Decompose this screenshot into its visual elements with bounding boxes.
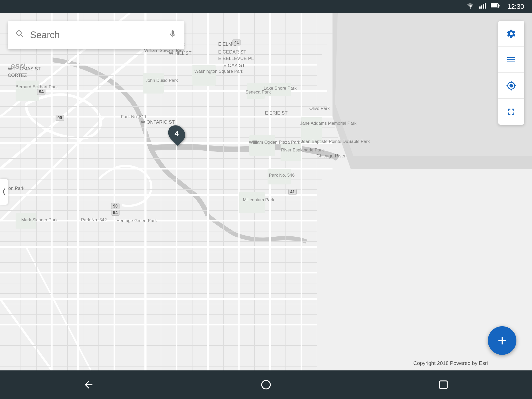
svg-rect-88: [192, 65, 216, 86]
svg-rect-2: [481, 5, 482, 9]
wifi-icon: [467, 3, 475, 10]
svg-rect-97: [268, 169, 291, 184]
highway-41-badge-2: 41: [232, 40, 241, 45]
svg-rect-93: [281, 143, 301, 161]
layers-button[interactable]: [498, 47, 524, 73]
signal-icon: [479, 3, 486, 10]
svg-rect-4: [485, 3, 486, 9]
map-background: [0, 13, 532, 370]
esri-logo: esri: [10, 61, 25, 71]
svg-rect-91: [260, 83, 291, 96]
back-button[interactable]: [78, 374, 99, 395]
status-bar: 12:30: [0, 0, 532, 13]
svg-rect-1: [479, 6, 481, 9]
search-bar: [8, 21, 184, 49]
svg-rect-95: [16, 213, 36, 229]
highway-41-badge: 41: [288, 190, 297, 194]
add-icon: +: [497, 333, 507, 348]
svg-point-98: [262, 381, 270, 389]
svg-rect-6: [491, 4, 497, 7]
highway-90-badge: 90: [56, 116, 64, 120]
svg-rect-94: [301, 117, 322, 143]
svg-rect-87: [143, 73, 164, 94]
fullscreen-button[interactable]: [498, 99, 524, 125]
svg-rect-92: [249, 135, 275, 156]
svg-rect-96: [239, 192, 265, 213]
microphone-icon[interactable]: [168, 29, 177, 41]
highway-90-badge-2: 90: [111, 204, 119, 209]
status-time: 12:30: [507, 3, 524, 11]
svg-rect-7: [498, 5, 500, 6]
search-input[interactable]: [30, 30, 164, 41]
add-fab-button[interactable]: +: [488, 326, 516, 355]
highway-94-badge-2: 94: [111, 210, 119, 215]
recent-apps-button[interactable]: [433, 374, 454, 395]
right-toolbar: [498, 21, 524, 125]
map-container[interactable]: Park W THOMAS ST CORTEZ E ELM ST E CEDAR…: [0, 13, 532, 370]
home-button[interactable]: [256, 374, 276, 395]
svg-point-0: [470, 8, 471, 9]
search-icon: [15, 29, 25, 41]
left-panel-toggle[interactable]: [0, 179, 8, 205]
map-marker[interactable]: 4: [169, 125, 184, 143]
svg-rect-99: [440, 381, 447, 388]
copyright-text: Copyright 2018 Powered by Esri: [413, 360, 488, 366]
svg-rect-89: [16, 81, 39, 101]
nav-bar: [0, 370, 532, 399]
highway-94-badge: 94: [37, 90, 45, 94]
svg-rect-3: [483, 4, 484, 9]
battery-icon: [491, 3, 500, 10]
location-button[interactable]: [498, 73, 524, 99]
settings-button[interactable]: [498, 21, 524, 47]
